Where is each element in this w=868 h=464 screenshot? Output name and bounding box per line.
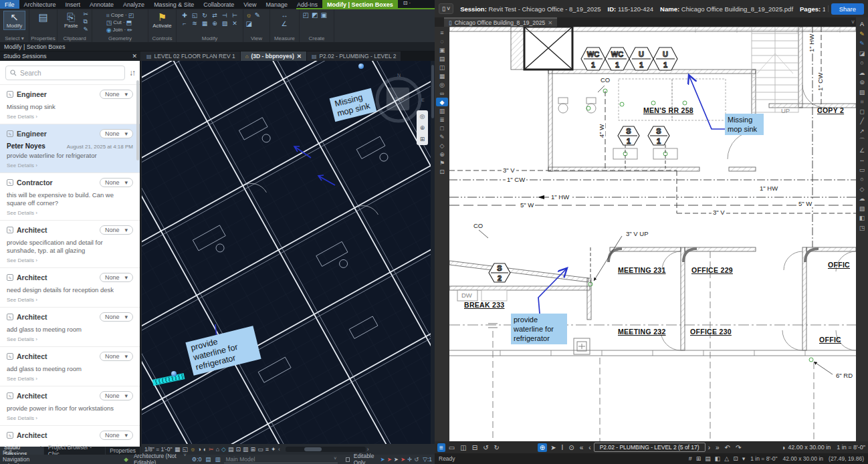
crop-tool-icon[interactable]: ◻	[856, 107, 868, 117]
line-tool-icon[interactable]: ╱	[856, 116, 868, 126]
session-entry-selected[interactable]: ✎ Engineer None▾ Peter Noyes August 21, …	[0, 124, 140, 172]
stamp-tool-icon[interactable]: ⊚	[856, 78, 868, 88]
cope-extra-icon[interactable]: ◰	[128, 12, 134, 19]
snap-content-icon[interactable]: ▤	[705, 455, 711, 462]
activate-controls-button[interactable]: ⚑ Activate	[149, 11, 175, 30]
tab-massing-site[interactable]: Massing & Site	[149, 0, 199, 9]
tag-u-2[interactable]: U1	[653, 47, 677, 70]
session-entry[interactable]: ✎ Architect None▾ need design details fo…	[0, 267, 140, 307]
select-group-label[interactable]: Select ▾	[5, 35, 23, 41]
trim-tool-icon[interactable]: ⌐	[180, 19, 189, 27]
page-select-dropdown[interactable]: P2.02 - PLUMBING - LEVEL 2 (5 of 17)	[594, 443, 706, 452]
3d-model-tree-icon[interactable]: ◇	[436, 141, 448, 150]
create-box-icon[interactable]: ◰	[302, 11, 310, 19]
see-details-link[interactable]: See Details ›	[7, 336, 133, 342]
tab-analyze[interactable]: Analyze	[118, 0, 149, 9]
tab-collaborate[interactable]: Collaborate	[199, 0, 239, 9]
create-insert-icon[interactable]: ▣	[319, 11, 328, 19]
cut-icon[interactable]: ✂	[83, 11, 88, 17]
measure-angle-icon[interactable]: ∠	[280, 19, 290, 28]
split-view-icon[interactable]: ⊟	[470, 443, 479, 452]
panel-menu-icon[interactable]: ≡	[436, 28, 448, 37]
render-icon[interactable]: ◐	[202, 446, 207, 453]
pan-tool-icon[interactable]: ⊕	[538, 443, 547, 452]
offset-tool-icon[interactable]: ≋	[190, 19, 199, 27]
select-link-icon[interactable]: ➤	[381, 456, 385, 463]
refresh-icon[interactable]: ↺	[414, 456, 419, 463]
first-page-icon[interactable]: «	[578, 443, 586, 452]
tabbar-chevron-icon[interactable]: ˅	[851, 19, 855, 25]
constraints-icon[interactable]: ⊞	[249, 446, 257, 453]
worksharing-icon[interactable]: ▥	[242, 446, 250, 453]
pdf-doc-tab[interactable]: ▯ Chicago Office Building_8_19_2025 ✕	[444, 17, 557, 27]
grid-icon[interactable]: #	[689, 455, 692, 462]
prev-page-icon[interactable]: ‹	[586, 443, 592, 452]
copy-icon[interactable]: ⧉	[83, 18, 88, 25]
hatch-tool-icon[interactable]: ▧	[856, 204, 868, 214]
pdf-page[interactable]: WC1 WC1 U1 U1	[449, 27, 856, 441]
array-tool-icon[interactable]: ▦	[200, 19, 209, 27]
tab-project-browser[interactable]: Project Browser - Chic...	[44, 447, 106, 455]
match-type-icon[interactable]: ✎	[83, 26, 88, 33]
bookmarks-icon[interactable]: ▤	[436, 54, 448, 63]
mirror-tool-icon[interactable]: ⇄	[210, 11, 219, 19]
status-dropdown[interactable]: None▾	[100, 178, 133, 187]
select-tool-icon[interactable]: ➤	[548, 443, 558, 452]
single-page-icon[interactable]: ▭	[447, 443, 457, 452]
tab-view[interactable]: View	[239, 0, 261, 9]
properties-panel-icon[interactable]: ⊡	[436, 167, 448, 176]
session-entry[interactable]: ✎ Architect None▾ provide power in floor…	[0, 386, 140, 425]
eraser-tool-icon[interactable]: ◪	[856, 49, 868, 59]
navigation-bar[interactable]: ◎ ⊕ ⊞	[417, 110, 428, 145]
share-button[interactable]: Share	[831, 3, 864, 15]
worksets-dialog-icon[interactable]: ▤	[205, 456, 211, 463]
sync-icon[interactable]: △	[724, 455, 729, 462]
close-icon[interactable]: ✕	[297, 53, 302, 60]
layers-icon[interactable]: ≣	[436, 115, 448, 124]
studio-panel-icon[interactable]: ◆	[436, 98, 448, 106]
search-panel-icon[interactable]: ◎	[436, 80, 448, 89]
panel-close-icon[interactable]: ✕	[132, 53, 137, 60]
design-options-icon[interactable]: ▥	[215, 456, 220, 463]
status-dropdown[interactable]: None▾	[100, 312, 133, 322]
rectangle-tool-icon[interactable]: ▭	[856, 165, 868, 175]
doctab-p202[interactable]: ▤P2.02 - PLUMBING - LEVEL 2	[307, 51, 402, 61]
rotate-tool-icon[interactable]: ↻	[200, 11, 209, 19]
next-page-icon[interactable]: ›	[706, 443, 712, 452]
session-entry[interactable]: ✎ Engineer None▾ Missing mop sink See De…	[0, 84, 140, 124]
last-page-icon[interactable]: »	[714, 443, 722, 452]
snapshot-tool-icon[interactable]: ⌗	[856, 97, 868, 107]
editable-only-checkbox[interactable]	[346, 457, 349, 462]
select-pinned-icon[interactable]: ➤	[394, 456, 399, 463]
rotate-ccw-icon[interactable]: ↺	[481, 443, 490, 452]
snap-icon[interactable]: ✛	[407, 456, 412, 463]
spaces-icon[interactable]: □	[436, 124, 448, 132]
ellipse-note-icon[interactable]: ○	[856, 58, 868, 68]
move-tool-icon[interactable]: ✚	[180, 11, 189, 19]
polyline-tool-icon[interactable]: ∠	[856, 146, 868, 156]
snap-grid-icon[interactable]: ⊞	[696, 455, 701, 462]
status-dropdown[interactable]: None▾	[100, 90, 133, 99]
3d-view[interactable]: TOP N E ◎ ⊕ ⊞ Missing mop sink provide w…	[142, 61, 435, 444]
temporary-hide-icon[interactable]: ▤	[227, 446, 235, 453]
status-dropdown[interactable]: None▾	[100, 129, 133, 138]
arrow-tool-icon[interactable]: ↗	[856, 126, 868, 136]
text-select-icon[interactable]: I	[560, 443, 566, 452]
tag-u-1[interactable]: U1	[629, 47, 653, 70]
markup-mode-icon[interactable]: ⊡	[733, 455, 738, 462]
see-details-link[interactable]: See Details ›	[7, 114, 133, 120]
arc-tool-icon[interactable]: ⌒	[856, 136, 868, 146]
session-entry[interactable]: ✎ Contractor None▾ this will be expensiv…	[0, 172, 140, 220]
tab-file[interactable]: File	[0, 0, 19, 9]
pin-tool-icon[interactable]: ⊕	[210, 19, 219, 27]
join-extra-icon[interactable]: ✏	[127, 27, 132, 33]
thumbnails-menu-icon[interactable]: ≡	[437, 443, 445, 452]
text-tool-icon[interactable]: A	[856, 19, 868, 29]
session-entry[interactable]: ✎ Architect None▾ provide specification …	[0, 220, 140, 267]
measurements-icon[interactable]: ⊕	[436, 150, 448, 158]
tag-wc-1[interactable]: WC1	[581, 47, 605, 70]
dimension-tool-icon[interactable]: ↔	[856, 155, 868, 165]
markups-list-icon[interactable]: ▥	[436, 106, 448, 115]
extra-view-icon[interactable]: ✦	[269, 446, 277, 453]
view-scale[interactable]: 1/8" = 1'-0"	[144, 446, 172, 453]
